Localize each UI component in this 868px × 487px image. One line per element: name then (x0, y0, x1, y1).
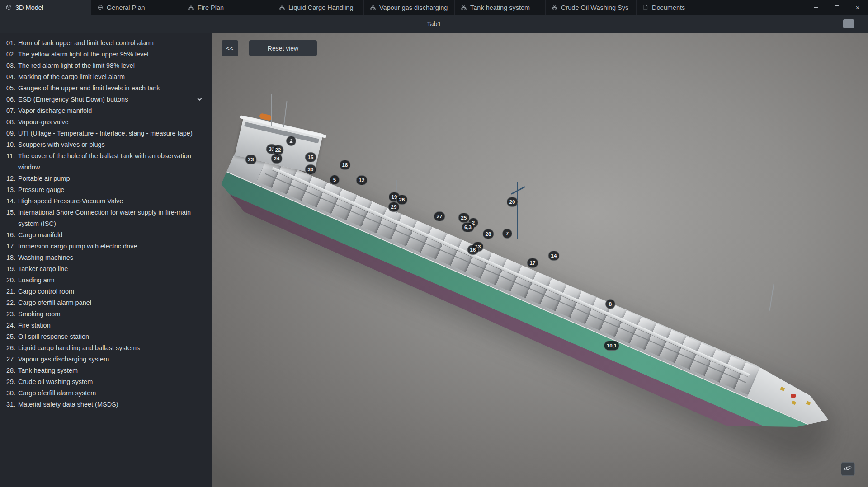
item-number: 12. (6, 173, 18, 184)
sidebar-item-09[interactable]: 09.UTI (Ullage - Temperature - Interface… (0, 128, 212, 139)
tab-documents[interactable]: Documents (636, 0, 696, 15)
item-number: 05. (6, 83, 18, 94)
item-label: Pressure gauge (18, 184, 208, 196)
sidebar-item-23[interactable]: 23.Smoking room (0, 309, 212, 320)
marker-5[interactable]: 5 (330, 175, 340, 185)
close-button[interactable]: × (847, 0, 868, 15)
item-number: 10. (6, 139, 18, 150)
marker-25[interactable]: 25 (458, 213, 470, 223)
viewport-3d[interactable]: << Reset view (212, 33, 868, 487)
marker-28[interactable]: 28 (483, 229, 494, 239)
sidebar-item-04[interactable]: 04.Marking of the cargo limit level alar… (0, 71, 212, 83)
marker-20[interactable]: 20 (507, 197, 518, 207)
marker-17[interactable]: 17 (527, 258, 538, 268)
item-label: Horn of tank upper and limit level contr… (18, 37, 208, 49)
item-label: Cargo oferfill alarm panel (18, 297, 208, 309)
marker-29[interactable]: 29 (388, 202, 400, 212)
collapse-sidebar-button[interactable]: << (222, 40, 238, 56)
item-number: 23. (6, 309, 18, 320)
tab-fire-plan[interactable]: Fire Plan (182, 0, 273, 15)
chevron-down-icon[interactable] (194, 94, 208, 103)
sidebar-item-30[interactable]: 30.Cargo oferfill alarm system (0, 388, 212, 399)
tab-3d-model[interactable]: 3D Model (0, 0, 91, 15)
item-number: 14. (6, 196, 18, 207)
sidebar-list: 01.Horn of tank upper and limit level co… (0, 33, 212, 410)
marker-18[interactable]: 18 (340, 160, 351, 170)
item-label: Gauges of the upper and limit levels in … (18, 83, 208, 94)
marker-14[interactable]: 14 (548, 251, 560, 261)
reset-view-button[interactable]: Reset view (249, 40, 317, 56)
sidebar-item-05[interactable]: 05.Gauges of the upper and limit levels … (0, 83, 212, 94)
sidebar-item-12[interactable]: 12.Portable air pump (0, 173, 212, 184)
sidebar-item-26[interactable]: 26.Liquid cargo handling and ballast sys… (0, 342, 212, 354)
item-number: 17. (6, 241, 18, 252)
sidebar-item-21[interactable]: 21.Cargo control room (0, 286, 212, 297)
tab-label: Vapour gas discharging (379, 4, 448, 11)
maximize-button[interactable] (826, 0, 847, 15)
sidebar-item-02[interactable]: 02.The yellow alarm light of the upper 9… (0, 49, 212, 60)
sidebar-item-25[interactable]: 25.Oil spill response station (0, 331, 212, 342)
item-label: Fire station (18, 320, 208, 331)
sidebar-item-17[interactable]: 17.Immersion cargo pump with electric dr… (0, 241, 212, 252)
item-number: 24. (6, 320, 18, 331)
marker-layer: 23312224153018512192629272526,3287131620… (212, 33, 868, 487)
marker-16[interactable]: 16 (467, 245, 479, 255)
sidebar-item-24[interactable]: 24.Fire station (0, 320, 212, 331)
marker-7[interactable]: 7 (502, 229, 512, 239)
tab-tank-heating-system[interactable]: Tank heating system (454, 0, 545, 15)
subheader-button[interactable] (843, 19, 854, 28)
sidebar-item-19[interactable]: 19.Tanker cargo line (0, 263, 212, 275)
sidebar-item-13[interactable]: 13.Pressure gauge (0, 184, 212, 196)
sidebar-item-15[interactable]: 15.International Shore Connection for wa… (0, 207, 212, 229)
item-number: 28. (6, 365, 18, 376)
item-number: 26. (6, 342, 18, 354)
tab-crude-oil-washing-sys[interactable]: Crude Oil Washing Sys (545, 0, 636, 15)
sidebar-item-08[interactable]: 08.Vapour-gas valve (0, 117, 212, 128)
item-label: Scuppers with valves or plugs (18, 139, 208, 150)
marker-15[interactable]: 15 (305, 152, 316, 162)
sidebar-item-31[interactable]: 31.Material safety data sheet (MSDS) (0, 399, 212, 410)
item-label: UTI (Ullage - Temperature - Interface, s… (18, 128, 208, 139)
sidebar-item-07[interactable]: 07.Vapor discharge manifold (0, 105, 212, 117)
item-number: 13. (6, 184, 18, 196)
sidebar-item-11[interactable]: 11.The cover of the hole of the ballast … (0, 150, 212, 173)
tab-label: Liquid Cargo Handling (288, 4, 354, 11)
tab-label: 3D Model (15, 4, 43, 11)
sidebar-item-29[interactable]: 29.Crude oil washing system (0, 376, 212, 388)
sidebar-item-10[interactable]: 10.Scuppers with valves or plugs (0, 139, 212, 150)
sidebar-item-03[interactable]: 03.The red alarm light of the limit 98% … (0, 60, 212, 71)
item-number: 30. (6, 388, 18, 399)
marker-24[interactable]: 24 (271, 154, 283, 164)
orbit-view-button[interactable] (841, 462, 855, 476)
item-label: Cargo control room (18, 286, 208, 297)
marker-10-1[interactable]: 10,1 (604, 341, 619, 351)
sidebar-item-18[interactable]: 18.Washing machines (0, 252, 212, 263)
marker-6-3[interactable]: 6,3 (462, 222, 474, 232)
sidebar-item-06[interactable]: 06.ESD (Emergency Shut Down) buttons (0, 94, 212, 105)
marker-27[interactable]: 27 (434, 211, 445, 221)
marker-8[interactable]: 8 (605, 299, 615, 309)
marker-12[interactable]: 12 (356, 175, 368, 185)
item-number: 25. (6, 331, 18, 342)
tab-general-plan[interactable]: General Plan (91, 0, 182, 15)
sidebar-item-20[interactable]: 20.Loading arm (0, 275, 212, 286)
item-label: Liquid cargo handling and ballast system… (18, 342, 208, 354)
item-label: Loading arm (18, 275, 208, 286)
marker-30[interactable]: 30 (305, 164, 316, 174)
sidebar-item-27[interactable]: 27.Vapour gas discharging system (0, 354, 212, 365)
tab-liquid-cargo-handling[interactable]: Liquid Cargo Handling (273, 0, 363, 15)
close-icon: × (856, 4, 860, 11)
sidebar-item-01[interactable]: 01.Horn of tank upper and limit level co… (0, 37, 212, 49)
item-number: 18. (6, 252, 18, 263)
sidebar-item-28[interactable]: 28.Tank heating system (0, 365, 212, 376)
item-label: High-speed Pressure-Vacuum Valve (18, 196, 208, 207)
sidebar-item-16[interactable]: 16.Cargo manifold (0, 229, 212, 241)
viewpoint-marker[interactable] (286, 136, 296, 146)
item-label: Immersion cargo pump with electric drive (18, 241, 208, 252)
sidebar-item-22[interactable]: 22.Cargo oferfill alarm panel (0, 297, 212, 309)
minimize-button[interactable] (806, 0, 826, 15)
tab-vapour-gas-discharging[interactable]: Vapour gas discharging (363, 0, 454, 15)
tab-bar: 3D ModelGeneral PlanFire PlanLiquid Carg… (0, 0, 868, 15)
marker-23[interactable]: 23 (245, 155, 257, 164)
sidebar-item-14[interactable]: 14.High-speed Pressure-Vacuum Valve (0, 196, 212, 207)
